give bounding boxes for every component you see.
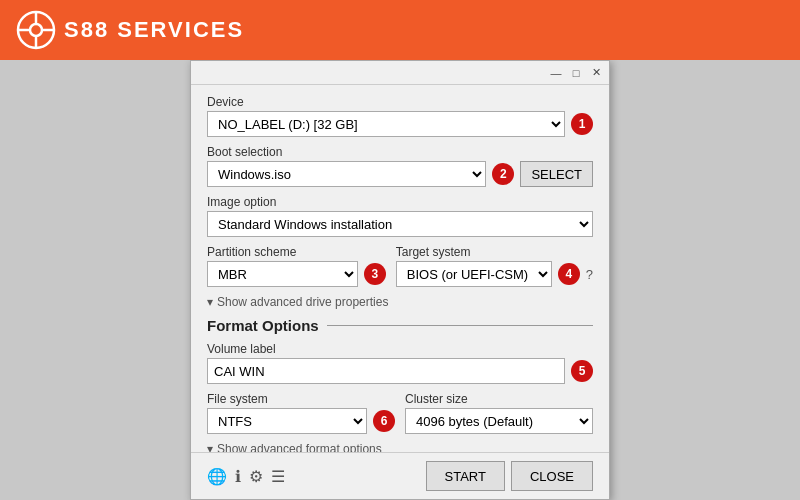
maximize-button[interactable]: □: [567, 64, 585, 82]
chevron-down-format-icon: ▾: [207, 442, 213, 452]
list-icon[interactable]: ☰: [271, 467, 285, 486]
boot-group: Boot selection Windows.iso 2 SELECT: [207, 145, 593, 187]
banner: S88 SERVICES: [0, 0, 800, 60]
info-icon[interactable]: ℹ: [235, 467, 241, 486]
volume-label: Volume label: [207, 342, 593, 356]
s88-logo-icon: [16, 10, 56, 50]
filesystem-group: File system NTFS 6: [207, 392, 395, 434]
boot-row: Windows.iso 2 SELECT: [207, 161, 593, 187]
boot-select[interactable]: Windows.iso: [207, 161, 486, 187]
partition-label: Partition scheme: [207, 245, 386, 259]
boot-select-button[interactable]: SELECT: [520, 161, 593, 187]
settings-icon[interactable]: ⚙: [249, 467, 263, 486]
cluster-group: Cluster size 4096 bytes (Default): [405, 392, 593, 434]
target-row: BIOS (or UEFI-CSM) 4 ?: [396, 261, 593, 287]
format-options-line: [327, 325, 593, 326]
cluster-select[interactable]: 4096 bytes (Default): [405, 408, 593, 434]
partition-group: Partition scheme MBR 3: [207, 245, 386, 287]
device-label: Device: [207, 95, 593, 109]
cluster-label: Cluster size: [405, 392, 593, 406]
boot-label: Boot selection: [207, 145, 593, 159]
volume-badge: 5: [571, 360, 593, 382]
filesystem-badge: 6: [373, 410, 395, 432]
format-options-title: Format Options: [207, 317, 319, 334]
minimize-button[interactable]: —: [547, 64, 565, 82]
partition-badge: 3: [364, 263, 386, 285]
footer-icons: 🌐 ℹ ⚙ ☰: [207, 467, 285, 486]
partition-row: MBR 3: [207, 261, 386, 287]
filesystem-cluster-row: File system NTFS 6 Cluster size 4096 byt…: [207, 392, 593, 442]
show-advanced-format[interactable]: ▾ Show advanced format options: [207, 442, 593, 452]
partition-select[interactable]: MBR: [207, 261, 358, 287]
form-content: Device NO_LABEL (D:) [32 GB] 1 Boot sele…: [191, 85, 609, 452]
format-options-header: Format Options: [207, 317, 593, 334]
footer: 🌐 ℹ ⚙ ☰ START CLOSE: [191, 452, 609, 499]
target-help-icon[interactable]: ?: [586, 267, 593, 282]
filesystem-label: File system: [207, 392, 395, 406]
svg-point-1: [30, 24, 42, 36]
target-label: Target system: [396, 245, 593, 259]
target-badge: 4: [558, 263, 580, 285]
volume-row: 5: [207, 358, 593, 384]
device-row: NO_LABEL (D:) [32 GB] 1: [207, 111, 593, 137]
globe-icon[interactable]: 🌐: [207, 467, 227, 486]
partition-target-row: Partition scheme MBR 3 Target system BIO…: [207, 245, 593, 295]
footer-buttons: START CLOSE: [426, 461, 594, 491]
banner-logo: S88 SERVICES: [16, 10, 244, 50]
image-select[interactable]: Standard Windows installation: [207, 211, 593, 237]
show-advanced-drive[interactable]: ▾ Show advanced drive properties: [207, 295, 593, 309]
device-group: Device NO_LABEL (D:) [32 GB] 1: [207, 95, 593, 137]
window-wrapper: — □ ✕ Device NO_LABEL (D:) [32 GB] 1 Boo…: [0, 60, 800, 500]
start-button[interactable]: START: [426, 461, 505, 491]
close-button[interactable]: CLOSE: [511, 461, 593, 491]
filesystem-select[interactable]: NTFS: [207, 408, 367, 434]
target-group: Target system BIOS (or UEFI-CSM) 4 ?: [396, 245, 593, 287]
main-window: — □ ✕ Device NO_LABEL (D:) [32 GB] 1 Boo…: [190, 60, 610, 500]
device-select[interactable]: NO_LABEL (D:) [32 GB]: [207, 111, 565, 137]
image-label: Image option: [207, 195, 593, 209]
device-badge: 1: [571, 113, 593, 135]
volume-input[interactable]: [207, 358, 565, 384]
window-close-button[interactable]: ✕: [587, 64, 605, 82]
boot-badge: 2: [492, 163, 514, 185]
chevron-down-icon: ▾: [207, 295, 213, 309]
banner-title: S88 SERVICES: [64, 17, 244, 43]
titlebar: — □ ✕: [191, 61, 609, 85]
volume-group: Volume label 5: [207, 342, 593, 384]
target-select[interactable]: BIOS (or UEFI-CSM): [396, 261, 552, 287]
image-group: Image option Standard Windows installati…: [207, 195, 593, 237]
filesystem-row: NTFS 6: [207, 408, 395, 434]
